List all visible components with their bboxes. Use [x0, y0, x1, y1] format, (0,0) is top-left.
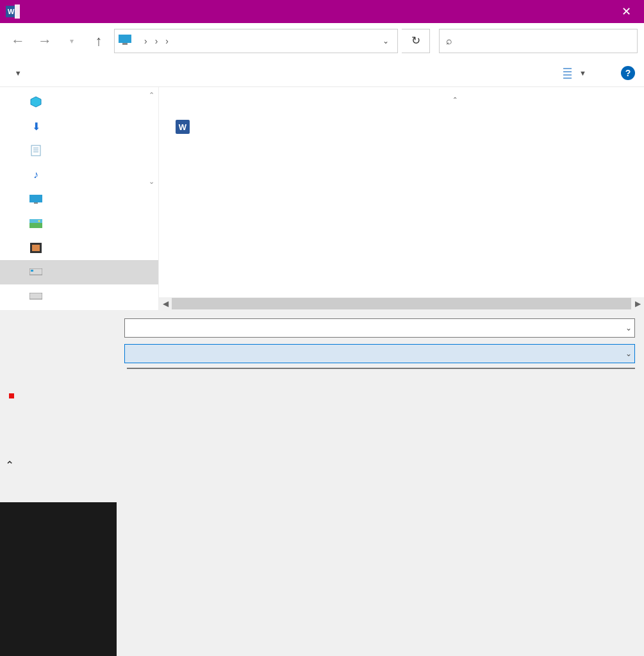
- tree-documents[interactable]: [0, 138, 158, 163]
- svg-text:W: W: [8, 8, 15, 15]
- cube-icon: [29, 96, 42, 108]
- desktop-icon: [29, 193, 42, 205]
- chevron-down-icon[interactable]: ⌄: [625, 324, 632, 332]
- svg-point-22: [38, 220, 40, 222]
- back-button[interactable]: ←: [6, 29, 29, 53]
- scroll-down-icon[interactable]: ⌄: [149, 177, 154, 186]
- filetype-options-list: [127, 368, 635, 369]
- svg-rect-4: [122, 43, 128, 45]
- filename-input[interactable]: ⌄: [124, 318, 635, 338]
- highlight-annotation: [9, 393, 14, 398]
- tree-music[interactable]: ♪: [0, 163, 158, 187]
- scroll-right-icon[interactable]: ▶: [631, 299, 644, 308]
- tree-videos[interactable]: [0, 236, 158, 260]
- help-button[interactable]: ?: [621, 66, 635, 80]
- chevron-down-icon: ▼: [579, 69, 586, 77]
- breadcrumb-bar[interactable]: › › › ⌄: [114, 29, 398, 53]
- tree-downloads[interactable]: ⬇: [0, 114, 158, 138]
- picture-icon: [29, 218, 42, 229]
- svg-rect-27: [29, 293, 42, 299]
- tree-pictures[interactable]: [0, 211, 158, 236]
- svg-rect-21: [29, 219, 42, 223]
- save-form-area: ⌄ ⌄ ⌃: [0, 310, 644, 656]
- svg-rect-18: [29, 195, 42, 202]
- svg-rect-3: [119, 35, 131, 43]
- refresh-button[interactable]: ↻: [402, 29, 430, 53]
- tree-desktop[interactable]: [0, 187, 158, 211]
- up-button[interactable]: ↑: [87, 29, 110, 53]
- document-icon: [29, 145, 42, 156]
- tree-drive-e[interactable]: [0, 284, 158, 309]
- view-options[interactable]: ▼: [560, 67, 586, 79]
- svg-rect-24: [32, 245, 40, 251]
- file-list-pane: ⌃ W ◀ ▶: [159, 87, 644, 310]
- address-bar-row: ← → ▾ ↑ › › › ⌄ ↻ ⌕: [0, 23, 644, 59]
- tree-3d-objects[interactable]: [0, 90, 158, 114]
- search-input[interactable]: [459, 35, 631, 47]
- svg-marker-13: [31, 97, 41, 107]
- filetype-row: ⌄: [9, 342, 635, 365]
- word-app-icon: W: [5, 4, 21, 19]
- music-icon: ♪: [29, 169, 42, 181]
- close-button[interactable]: ✕: [611, 4, 641, 19]
- recent-dropdown[interactable]: ▾: [60, 29, 83, 53]
- scroll-left-icon[interactable]: ◀: [159, 299, 172, 308]
- filename-row: ⌄: [9, 316, 635, 340]
- toolbar: ▼ ▼ ?: [0, 59, 644, 87]
- svg-rect-1: [15, 4, 20, 19]
- search-box[interactable]: ⌕: [439, 29, 638, 53]
- drive-icon: [29, 266, 42, 278]
- forward-button[interactable]: →: [33, 29, 56, 53]
- titlebar: W ✕: [0, 0, 644, 23]
- drive-icon: [29, 291, 42, 302]
- filetype-dropdown[interactable]: ⌄: [124, 344, 635, 363]
- horizontal-scrollbar[interactable]: ◀ ▶: [159, 297, 644, 310]
- backstage-sidebar: [0, 502, 117, 656]
- file-header: ⌃: [176, 87, 644, 113]
- list-view-icon: [560, 67, 577, 79]
- tree-drive-c[interactable]: [0, 260, 158, 284]
- sort-caret-icon[interactable]: ⌃: [452, 96, 458, 103]
- chevron-up-icon: ⌃: [5, 459, 14, 472]
- download-icon: ⬇: [29, 120, 42, 132]
- file-row[interactable]: W: [176, 113, 644, 141]
- chevron-down-icon: ▼: [15, 69, 22, 77]
- scrollbar-thumb[interactable]: [172, 298, 631, 309]
- scroll-up-icon[interactable]: ⌃: [149, 91, 154, 99]
- chevron-right-icon[interactable]: ›: [154, 36, 160, 46]
- hide-folders-toggle[interactable]: ⌃: [5, 459, 17, 472]
- tree-scrollbar[interactable]: ⌃⌄: [145, 91, 157, 186]
- author-row: [9, 368, 635, 391]
- search-icon: ⌕: [446, 35, 452, 47]
- folder-tree: ⬇ ♪ ⌃⌄: [0, 87, 159, 310]
- svg-rect-14: [31, 145, 40, 156]
- video-icon: [29, 242, 42, 254]
- chevron-right-icon[interactable]: ›: [143, 36, 149, 46]
- svg-rect-26: [31, 270, 33, 272]
- svg-rect-19: [34, 202, 38, 204]
- breadcrumb-dropdown[interactable]: ⌄: [378, 37, 393, 45]
- chevron-down-icon[interactable]: ⌄: [625, 349, 632, 358]
- word-doc-icon: W: [176, 120, 190, 134]
- file-browser-body: ⬇ ♪ ⌃⌄ ⌃ W ◀ ▶: [0, 87, 644, 310]
- chevron-right-icon[interactable]: ›: [164, 36, 170, 46]
- organize-menu[interactable]: ▼: [9, 67, 22, 79]
- monitor-icon: [119, 35, 131, 47]
